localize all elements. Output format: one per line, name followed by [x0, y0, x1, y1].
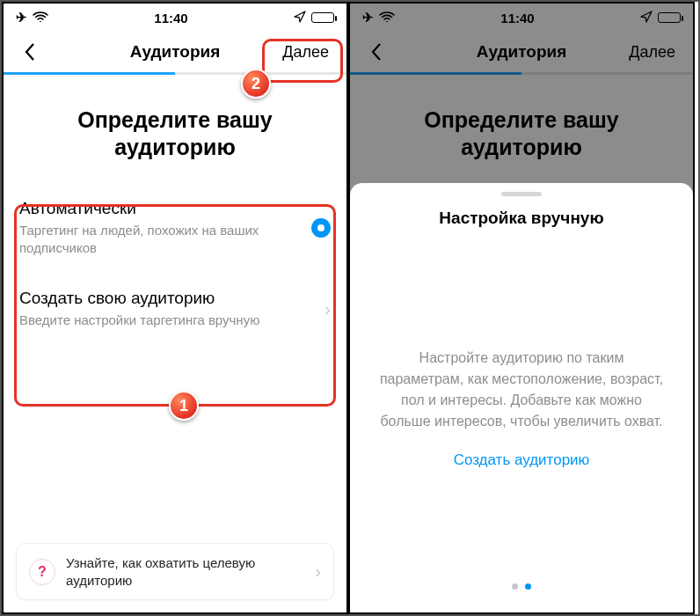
next-button[interactable]: Далее [272, 38, 339, 67]
battery-icon [311, 12, 334, 23]
phone-left: ✈︎ 11:40 Аудитория Далее Определ [2, 2, 348, 614]
option-subtitle: Таргетинг на людей, похожих на ваших под… [19, 222, 266, 258]
manual-setup-sheet: Настройка вручную Настройте аудиторию по… [350, 183, 693, 612]
radio-selected-icon [311, 218, 331, 238]
option-title: Создать свою аудиторию [19, 289, 314, 308]
sheet-grabber[interactable] [501, 192, 542, 196]
option-create-own[interactable]: Создать свою аудиторию Введите настройки… [19, 276, 331, 343]
learn-more-card[interactable]: ? Узнайте, как охватить целевую аудитори… [16, 543, 334, 600]
chevron-right-icon: › [324, 299, 331, 319]
nav-bar: Аудитория Далее [4, 32, 346, 72]
phone-right: ✈︎ 11:40 Аудитория Далее Определ [348, 2, 695, 614]
question-icon: ? [29, 559, 55, 585]
progress-bar [4, 72, 346, 75]
airplane-icon: ✈︎ [16, 10, 27, 26]
status-time: 11:40 [48, 11, 294, 26]
back-button[interactable] [11, 33, 49, 71]
option-automatic[interactable]: Автоматически Таргетинг на людей, похожи… [19, 187, 331, 272]
dot [512, 583, 518, 590]
option-title: Автоматически [19, 199, 301, 218]
sheet-title: Настройка вручную [373, 209, 670, 228]
option-subtitle: Введите настройки таргетинга вручную [19, 312, 266, 329]
wifi-icon [33, 11, 48, 26]
status-bar: ✈︎ 11:40 [4, 4, 346, 32]
page-indicator [373, 583, 670, 595]
location-icon [294, 11, 306, 26]
chevron-right-icon: › [315, 561, 321, 582]
tip-text: Узнайте, как охватить целевую аудиторию [66, 554, 304, 589]
page-heading: Определите вашу аудиторию [4, 75, 346, 187]
audience-options: Автоматически Таргетинг на людей, похожи… [4, 187, 346, 344]
dot-active [525, 583, 531, 590]
create-audience-link[interactable]: Создать аудиторию [454, 451, 590, 469]
sheet-description: Настройте аудиторию по таким параметрам,… [378, 348, 665, 432]
annotation-badge-1: 1 [169, 391, 199, 421]
